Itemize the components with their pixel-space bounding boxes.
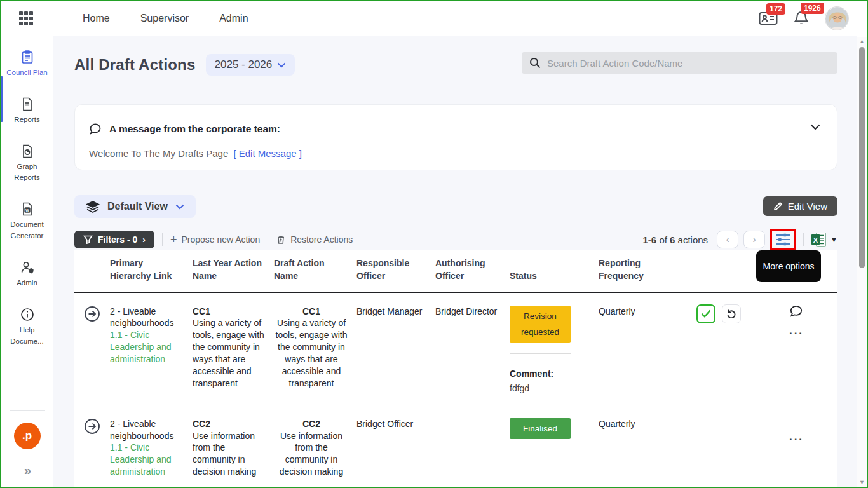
filters-button[interactable]: Filters - 0 › [74,231,154,248]
status-badge: Revision requested [510,306,571,343]
reporting-frequency: Quarterly [599,293,675,328]
layers-icon [86,200,100,213]
check-icon [701,309,711,318]
toolbar-divider [803,233,804,246]
draft-action-name: Using a variety of tools, engage with th… [274,317,349,389]
reporting-frequency: Quarterly [599,405,675,440]
last-year-action-name: Use information from the community in de… [193,430,266,478]
toolbar-divider [268,233,268,246]
pencil-icon [773,201,783,211]
chevron-down-icon [277,62,286,68]
menu-supervisor[interactable]: Supervisor [140,13,189,24]
more-options-tooltip: More options [756,250,821,282]
table-header-row: Primary Hierarchy Link Last Year Action … [74,250,837,293]
responsible-officer: Bridget Manager [356,293,435,328]
messages-button[interactable]: 172 [759,11,778,26]
hierarchy-link[interactable]: 1.1 - Civic Leadership and administratio… [110,329,185,365]
undo-button[interactable] [722,304,741,323]
graph-doc-icon [20,144,35,159]
main-content: All Draft Actions 2025 - 2026 A message … [53,36,857,487]
comment-label: Comment: [510,368,591,380]
search-input[interactable] [547,58,830,69]
edit-message-link[interactable]: [ Edit Message ] [233,148,302,159]
expand-row-button[interactable] [74,293,110,322]
sidebar-item-council-plan[interactable]: Council Plan [1,50,53,79]
page-title: All Draft Actions [74,56,196,74]
apps-grid-icon[interactable] [19,11,33,25]
restore-actions-button[interactable]: Restore Actions [276,234,353,245]
notifications-count-badge: 1926 [801,3,824,14]
propose-new-action-button[interactable]: + Propose new Action [170,234,260,245]
sidebar-item-document-generator[interactable]: W Document Generator [1,201,53,242]
comment-text: fdfgd [510,383,591,395]
draft-action-code: CC1 [274,306,349,318]
hierarchy-link[interactable]: 1.1 - Civic Leadership and administratio… [110,442,185,478]
topbar: Home Supervisor Admin 172 [1,1,867,36]
row-menu-button[interactable]: ··· [789,327,837,340]
approve-button[interactable] [696,304,715,323]
table-row: 2 - Liveable neighbourhoods 1.1 - Civic … [74,405,837,487]
sidebar-item-reports[interactable]: Reports [1,97,53,126]
column-header: Draft Action Name [274,250,356,292]
sidebar-item-label: Help Docume... [3,325,51,348]
authorising-officer: Bridget Director [435,293,510,328]
corporate-message-panel: A message from the corporate team: Welco… [74,104,837,170]
active-indicator [1,76,3,122]
sidebar-expand-icon[interactable]: » [24,463,30,478]
sidebar-item-graph-reports[interactable]: Graph Reports [1,144,53,184]
status-badge: Finalised [510,418,571,440]
row-menu-button[interactable]: ··· [789,433,837,446]
prev-page-button[interactable]: ‹ [717,231,738,248]
message-body: Welcome To The My Drafts Page [89,148,228,159]
svg-text:W: W [25,208,29,212]
last-year-action-name: Using a variety of tools, engage with th… [193,317,266,389]
speech-bubble-icon [89,123,102,135]
column-header: Responsible Officer [356,250,435,292]
table-row: 2 - Liveable neighbourhoods 1.1 - Civic … [74,293,837,405]
scrollbar-thumb[interactable] [859,47,865,268]
word-doc-icon: W [20,201,35,217]
top-menu: Home Supervisor Admin [83,13,248,24]
report-doc-icon [20,97,35,112]
search-bar [522,52,837,74]
status-divider [510,353,571,354]
sidebar-item-label: Admin [17,278,37,289]
sidebar-item-label: Graph Reports [3,161,51,184]
expand-row-button[interactable] [74,405,110,435]
view-selector[interactable]: Default View [74,195,196,218]
scroll-down-icon[interactable]: ▼ [859,478,865,487]
export-excel-button[interactable]: X ▼ [811,233,837,247]
restore-trash-icon [276,234,286,245]
collapse-message-icon[interactable] [810,124,820,130]
hierarchy-primary: 2 - Liveable neighbourhoods [110,306,185,330]
sidebar-item-help-documents[interactable]: Help Docume... [1,307,53,348]
more-options-button[interactable] [770,229,796,250]
last-year-action-code: CC1 [193,306,266,318]
menu-home[interactable]: Home [83,13,110,24]
column-header: Authorising Officer [435,250,510,292]
excel-icon: X [811,233,827,247]
authorising-officer [435,405,510,428]
svg-text:X: X [813,236,818,244]
arrow-right-circle-icon [84,306,100,322]
notifications-button[interactable]: 1926 [793,10,810,27]
view-selector-value: Default View [107,201,168,212]
column-header: Primary Hierarchy Link [110,250,193,292]
scroll-up-icon[interactable]: ▲ [859,37,865,46]
row-comment-icon[interactable] [789,304,837,318]
vertical-scrollbar[interactable]: ▲ ▼ [857,37,867,487]
draft-action-name: Use information from the community in de… [274,430,349,478]
edit-view-button[interactable]: Edit View [763,196,837,216]
admin-shield-icon [19,260,36,275]
message-heading: A message from the corporate team: [109,123,280,135]
menu-admin[interactable]: Admin [219,13,248,24]
next-page-button[interactable]: › [743,231,765,248]
plus-icon: + [170,234,177,245]
sidebar-item-admin[interactable]: Admin [1,260,53,289]
sidebar: Council Plan Reports Graph Reports [1,37,53,487]
avatar[interactable] [825,6,849,30]
app-logo[interactable]: .p [14,423,41,449]
pagination-info: 1-6 of 6 actions [643,234,709,245]
toolbar-divider [162,233,163,246]
year-selector[interactable]: 2025 - 2026 [206,54,295,76]
